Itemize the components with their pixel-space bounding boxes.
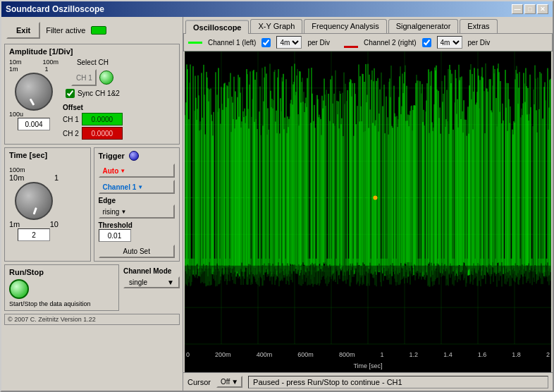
- x-axis-labels: 0 200m 400m 600m 800m 1 1.2 1.4 1.6 1.8 …: [185, 351, 551, 358]
- sync-row: Sync CH 1&2: [66, 89, 120, 98]
- ch1-row: CH 1: [71, 69, 113, 86]
- amp-label-10m: 10m: [9, 59, 22, 66]
- amplitude-title: Amplitude [1/Div]: [9, 47, 175, 56]
- tab-frequency-analysis[interactable]: Frequency Analysis: [304, 19, 386, 33]
- cursor-arrow: ▼: [231, 378, 238, 386]
- trigger-mode-arrow: ▼: [120, 168, 125, 174]
- minimize-button[interactable]: —: [512, 4, 523, 14]
- oscilloscope-display: 0 200m 400m 600m 800m 1 1.2 1.4 1.6 1.8 …: [185, 51, 551, 372]
- trigger-led: [129, 151, 139, 161]
- ch2-bar-label: Channel 2 (right): [364, 39, 416, 47]
- x-label-0: 0: [186, 351, 190, 358]
- channel-mode-dropdown[interactable]: single ▼: [123, 276, 180, 288]
- threshold-title: Threshold: [99, 221, 176, 229]
- x-label-400m: 400m: [257, 351, 273, 358]
- x-label-800m: 800m: [339, 351, 355, 358]
- amplitude-inner: 10m 100m 1m 1 100u: [9, 59, 175, 141]
- ch1-offset-input[interactable]: [82, 113, 123, 125]
- edge-dropdown[interactable]: rising ▼: [99, 204, 176, 219]
- ch2-offset-input[interactable]: [82, 127, 123, 140]
- maximize-button[interactable]: □: [524, 4, 536, 14]
- runstop-box: Run/Stop Start/Stop the data aquisition: [4, 264, 119, 311]
- top-bar: Exit Filter active: [4, 20, 180, 41]
- cursor-dropdown[interactable]: Off ▼: [216, 376, 242, 388]
- oscilloscope-canvas: [185, 51, 551, 372]
- x-label-200m: 200m: [215, 351, 231, 358]
- time-labels-mid: 10m 1: [9, 173, 59, 182]
- edge-arrow: ▼: [121, 209, 126, 215]
- trigger-channel-dropdown[interactable]: Channel 1 ▼: [99, 180, 176, 194]
- trigger-mode-label: Auto: [103, 167, 119, 175]
- amp-knob-labels-bottom: 100u: [9, 111, 59, 118]
- status-text: Paused - press Run/Stop to continue - CH…: [253, 378, 402, 386]
- amplitude-knob-area: 10m 100m 1m 1 100u: [9, 59, 59, 130]
- runstop-inner: [9, 279, 114, 299]
- time-value-input[interactable]: [18, 228, 50, 241]
- tab-extras[interactable]: Extras: [460, 19, 497, 33]
- channel-bar: Channel 1 (left) 4m per Div Channel 2 (r…: [183, 33, 553, 51]
- time-label-100m: 100m: [9, 166, 25, 173]
- channel-mode-value: single: [129, 278, 147, 286]
- ch1-bar-label: Channel 1 (left): [208, 39, 256, 47]
- status-bar: Paused - press Run/Stop to continue - CH…: [248, 376, 548, 388]
- runstop-tooltip: Start/Stop the data aquisition: [9, 300, 114, 307]
- amp-right-section: Select CH CH 1 Sync CH 1&2 Offset: [63, 59, 123, 141]
- close-button[interactable]: ✕: [537, 4, 548, 14]
- time-labels-bottom: 1m 10: [9, 220, 59, 228]
- trigger-header: Trigger: [99, 151, 176, 161]
- amplitude-value-input[interactable]: [18, 118, 50, 130]
- cursor-label: Cursor: [187, 378, 211, 386]
- ch2-per-div-unit: per Div: [468, 39, 491, 47]
- autoset-button[interactable]: Auto Set: [99, 245, 176, 258]
- time-trigger-row: Time [sec] 100m 10m 1: [4, 147, 180, 262]
- x-label-2: 2: [546, 351, 550, 358]
- runstop-led[interactable]: [9, 279, 29, 299]
- trigger-box: Trigger Auto ▼ Channel 1 ▼ Edge ri: [94, 147, 180, 262]
- x-axis-title: Time [sec]: [185, 362, 551, 369]
- offset-title: Offset: [63, 104, 123, 111]
- ch1-visible-checkbox[interactable]: [261, 38, 271, 47]
- time-label-1: 1: [54, 173, 59, 182]
- channel-mode-title: Channel Mode: [123, 267, 180, 275]
- ch1-button[interactable]: CH 1: [71, 69, 97, 86]
- ch1-led: [99, 71, 113, 85]
- edge-title: Edge: [99, 197, 176, 204]
- titlebar: Soundcard Oszilloscope — □ ✕: [1, 1, 553, 17]
- x-label-1.6: 1.6: [478, 351, 487, 358]
- threshold-input[interactable]: [99, 229, 131, 242]
- runstop-title: Run/Stop: [9, 268, 114, 276]
- trigger-channel-arrow: ▼: [137, 184, 143, 190]
- left-panel: Exit Filter active Amplitude [1/Div] 10m…: [1, 17, 183, 391]
- time-label-10m: 10m: [9, 173, 24, 182]
- ch2-per-div-select[interactable]: 4m: [437, 36, 462, 49]
- trigger-channel-label: Channel 1: [103, 183, 137, 191]
- time-title: Time [sec]: [9, 151, 47, 159]
- time-labels-top: 100m: [9, 166, 59, 173]
- amp-knob-labels-top: 10m 100m: [9, 59, 59, 66]
- right-panel: Oscilloscope X-Y Graph Frequency Analysi…: [183, 17, 553, 391]
- time-box: Time [sec] 100m 10m 1: [4, 147, 91, 262]
- tab-signal-generator[interactable]: Signalgenerator: [388, 19, 459, 33]
- ch2-visible-checkbox[interactable]: [422, 38, 431, 47]
- trigger-mode-dropdown[interactable]: Auto ▼: [99, 164, 176, 178]
- amplitude-box: Amplitude [1/Div] 10m 100m 1m 1: [4, 44, 180, 145]
- knob-indicator: [30, 99, 35, 106]
- ch1-per-div-select[interactable]: 4m: [276, 36, 302, 49]
- edge-section: Edge rising ▼: [99, 197, 176, 219]
- exit-button[interactable]: Exit: [6, 22, 40, 39]
- tab-oscilloscope[interactable]: Oscilloscope: [185, 20, 249, 34]
- time-knob[interactable]: [15, 182, 53, 220]
- tab-xy-graph[interactable]: X-Y Graph: [250, 19, 302, 33]
- x-label-1.4: 1.4: [443, 351, 453, 358]
- ch1-offset-label: CH 1: [63, 116, 79, 123]
- sync-checkbox[interactable]: [66, 89, 75, 98]
- ch2-offset-label: CH 2: [63, 130, 79, 137]
- amplitude-knob[interactable]: [15, 73, 53, 111]
- offset-section: Offset CH 1 CH 2: [63, 104, 123, 141]
- amp-label-100m: 100m: [42, 59, 59, 66]
- amp-label-1m: 1m: [9, 66, 18, 73]
- edge-value: rising: [103, 208, 120, 216]
- filter-label: Filter active: [46, 26, 85, 35]
- x-label-1.2: 1.2: [410, 351, 419, 358]
- channel-mode-arrow: ▼: [167, 278, 174, 286]
